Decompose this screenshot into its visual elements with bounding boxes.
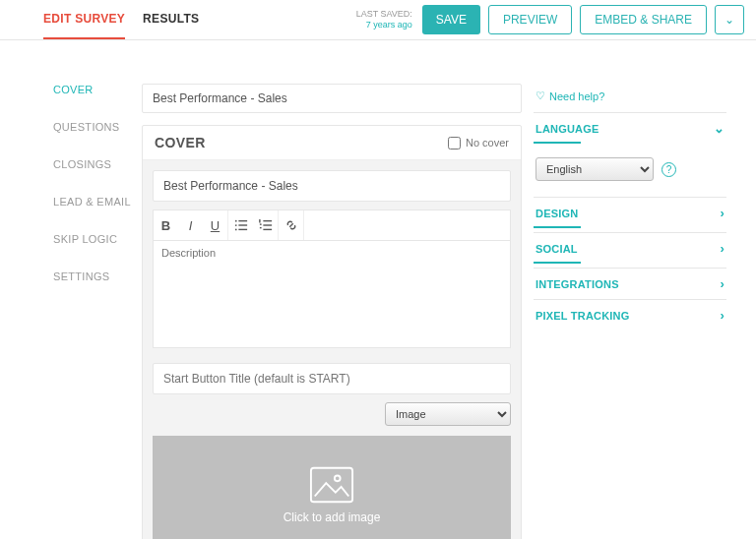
svg-point-2: [234, 224, 236, 226]
language-select[interactable]: English: [536, 157, 654, 181]
nav-settings[interactable]: SETTINGS: [53, 270, 142, 282]
cover-card-body: B I U: [143, 160, 521, 539]
editor-column: Best Performance - Sales COVER No cover …: [142, 84, 522, 539]
chevron-right-icon: ›: [720, 241, 724, 256]
page-body: COVER QUESTIONS CLOSINGS LEAD & EMAIL SK…: [0, 40, 756, 539]
panel-pixel-tracking: PIXEL TRACKING ›: [534, 299, 726, 330]
panel-pixel-header[interactable]: PIXEL TRACKING ›: [534, 300, 726, 330]
media-type-select[interactable]: Image: [385, 402, 511, 426]
nav-cover[interactable]: COVER: [53, 84, 142, 95]
embed-share-button[interactable]: EMBED & SHARE: [580, 5, 707, 34]
panel-language-label: LANGUAGE: [536, 123, 599, 135]
nav-skip-logic[interactable]: SKIP LOGIC: [53, 233, 142, 245]
panel-pixel-label: PIXEL TRACKING: [536, 310, 630, 322]
need-help-link[interactable]: ♡ Need help?: [534, 84, 726, 112]
no-cover-checkbox[interactable]: [448, 137, 461, 150]
image-placeholder-icon: [309, 465, 354, 505]
lightbulb-icon: ♡: [536, 90, 545, 102]
image-dropzone[interactable]: Click to add image: [153, 436, 511, 539]
no-cover-toggle[interactable]: No cover: [448, 137, 509, 150]
preview-button[interactable]: PREVIEW: [488, 5, 572, 34]
panel-design-header[interactable]: DESIGN ›: [534, 198, 726, 228]
cover-card-header: COVER No cover: [143, 126, 521, 160]
italic-icon: I: [189, 218, 193, 233]
svg-point-13: [335, 475, 341, 481]
last-saved-meta: LAST SAVED: 7 years ago: [356, 9, 412, 30]
nav-questions[interactable]: QUESTIONS: [53, 121, 142, 133]
cover-card: COVER No cover B I U: [142, 125, 522, 539]
tab-results[interactable]: RESULTS: [143, 0, 199, 39]
panel-underline: [534, 262, 581, 264]
link-button[interactable]: [279, 210, 303, 240]
panel-integrations-header[interactable]: INTEGRATIONS ›: [534, 269, 726, 299]
panel-social-label: SOCIAL: [536, 243, 578, 255]
section-nav: COVER QUESTIONS CLOSINGS LEAD & EMAIL SK…: [0, 84, 142, 539]
panel-integrations: INTEGRATIONS ›: [534, 268, 726, 299]
panel-underline: [534, 142, 581, 144]
chevron-right-icon: ›: [720, 276, 724, 291]
cover-heading: COVER: [155, 135, 206, 150]
panel-social: SOCIAL ›: [534, 232, 726, 264]
tab-edit-survey[interactable]: EDIT SURVEY: [43, 0, 125, 39]
nav-closings[interactable]: CLOSINGS: [53, 158, 142, 170]
panel-design-label: DESIGN: [536, 208, 578, 219]
no-cover-label: No cover: [466, 137, 509, 149]
chevron-right-icon: ›: [720, 308, 724, 323]
panel-language-body: English ?: [534, 148, 726, 197]
language-help-icon[interactable]: ?: [662, 162, 676, 177]
ordered-list-button[interactable]: [253, 210, 278, 240]
image-dropzone-label: Click to add image: [284, 510, 381, 524]
panel-design: DESIGN ›: [534, 197, 726, 228]
numbered-list-icon: [259, 218, 273, 232]
settings-sidebar: ♡ Need help? LANGUAGE ⌄ English ? DESIGN…: [534, 84, 726, 539]
need-help-label: Need help?: [549, 90, 604, 102]
top-bar: EDIT SURVEY RESULTS LAST SAVED: 7 years …: [0, 0, 756, 40]
svg-rect-12: [311, 468, 352, 503]
underline-icon: U: [211, 218, 220, 233]
bullet-list-icon: [234, 218, 248, 232]
bold-icon: B: [161, 218, 170, 233]
last-saved-label: LAST SAVED:: [356, 9, 412, 20]
svg-point-4: [234, 229, 236, 231]
panel-language-header[interactable]: LANGUAGE ⌄: [534, 113, 726, 144]
top-tabs: EDIT SURVEY RESULTS: [0, 0, 199, 39]
start-button-title-input[interactable]: [153, 363, 511, 394]
panel-integrations-label: INTEGRATIONS: [536, 278, 619, 290]
rich-text-toolbar: B I U: [153, 210, 511, 240]
more-actions-button[interactable]: ⌄: [715, 5, 744, 34]
save-button[interactable]: SAVE: [422, 5, 480, 34]
link-icon: [284, 218, 298, 232]
bold-button[interactable]: B: [154, 210, 178, 240]
underline-button[interactable]: U: [203, 210, 227, 240]
last-saved-ago: 7 years ago: [356, 20, 412, 30]
panel-underline: [534, 226, 581, 228]
svg-point-0: [234, 220, 236, 222]
cover-title-input[interactable]: [153, 170, 511, 202]
nav-lead-email[interactable]: LEAD & EMAIL: [53, 196, 142, 208]
survey-title-display[interactable]: Best Performance - Sales: [142, 84, 522, 113]
chevron-down-icon: ⌄: [724, 13, 734, 27]
chevron-right-icon: ›: [720, 206, 724, 220]
unordered-list-button[interactable]: [228, 210, 253, 240]
description-textarea[interactable]: [153, 240, 511, 348]
italic-button[interactable]: I: [178, 210, 203, 240]
panel-social-header[interactable]: SOCIAL ›: [534, 233, 726, 264]
chevron-down-icon: ⌄: [714, 121, 724, 136]
panel-language: LANGUAGE ⌄ English ?: [534, 112, 726, 197]
